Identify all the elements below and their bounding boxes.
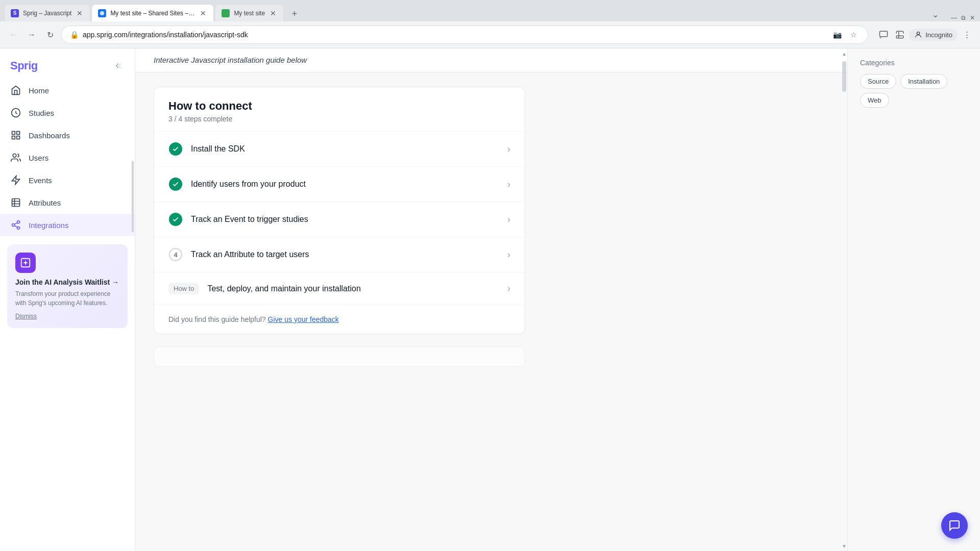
bottom-partial-card [154, 346, 525, 367]
svg-rect-5 [17, 132, 20, 135]
address-bar-row: ← → ↻ 🔒 app.sprig.com/integrations/insta… [0, 21, 980, 48]
sidebar-item-home[interactable]: Home [0, 79, 135, 102]
incognito-label: Incognito [925, 31, 952, 39]
sidebar-item-attributes[interactable]: Attributes [0, 191, 135, 214]
sidebar-item-users-label: Users [29, 154, 48, 162]
extensions-icon[interactable] [893, 28, 907, 42]
sidebar-item-integrations[interactable]: Integrations [0, 214, 135, 236]
svg-rect-7 [12, 136, 15, 139]
content-section: How to connect 3 / 4 steps complete Inst… [135, 72, 544, 381]
step-identify-users[interactable]: Identify users from your product › [154, 166, 525, 202]
browser-chrome: S Sprig – Javascript ✕ My test site – Sh… [0, 0, 980, 48]
step-track-attribute[interactable]: 4 Track an Attribute to target users › [154, 237, 525, 272]
tab-title-shared: My test site – Shared Sites – Dash [110, 10, 195, 17]
main-scrollbar[interactable]: ▲ ▼ [841, 48, 847, 551]
studies-icon [10, 107, 21, 118]
tab-title-test: My test site [234, 10, 265, 17]
howto-test-deploy[interactable]: How to Test, deploy, and maintain your i… [154, 272, 525, 305]
step-4-chevron-icon: › [507, 249, 510, 260]
star-icon[interactable]: ☆ [847, 29, 860, 41]
chat-button[interactable] [941, 512, 968, 539]
sidebar-scrollbar[interactable] [131, 151, 135, 551]
category-tag-source[interactable]: Source [860, 74, 896, 89]
tab-close-sprig[interactable]: ✕ [76, 9, 84, 17]
sidebar-item-studies[interactable]: Studies [0, 102, 135, 124]
sidebar-item-events[interactable]: Events [0, 169, 135, 191]
menu-icon[interactable]: ⋮ [960, 28, 974, 42]
feedback-section: Did you find this guide helpful? Give us… [154, 305, 525, 334]
integrations-icon [10, 219, 21, 231]
home-icon [10, 85, 21, 96]
forward-button[interactable]: → [24, 28, 39, 42]
scroll-down-button[interactable]: ▼ [841, 541, 847, 551]
step-1-check-icon [169, 142, 182, 156]
category-tags: Source Installation Web [860, 74, 968, 108]
sidebar-promo: Join the AI Analysis Waitlist → Transfor… [7, 244, 128, 328]
svg-rect-10 [12, 199, 20, 207]
step-install-sdk[interactable]: Install the SDK › [154, 131, 525, 166]
attributes-icon [10, 197, 21, 208]
main-scroll[interactable]: ▲ ▼ Interactive Javascript installation … [135, 48, 847, 551]
sidebar-item-studies-label: Studies [29, 109, 54, 117]
incognito-badge: Incognito [909, 29, 958, 41]
tab-title-sprig: Sprig – Javascript [23, 10, 71, 17]
svg-point-8 [13, 154, 16, 158]
howto-badge: How to [168, 283, 199, 294]
section-title: How to connect [168, 99, 510, 113]
close-window-button[interactable]: ✕ [969, 14, 976, 21]
svg-rect-4 [12, 132, 15, 135]
scroll-up-button[interactable]: ▲ [841, 48, 847, 59]
camera-icon[interactable]: 📷 [831, 29, 843, 41]
svg-line-14 [14, 226, 17, 227]
tab-sprig-javascript[interactable]: S Sprig – Javascript ✕ [4, 4, 90, 21]
step-4-number: 4 [169, 248, 182, 261]
sidebar-item-events-label: Events [29, 176, 52, 185]
svg-point-12 [12, 224, 15, 227]
how-to-connect-card: How to connect 3 / 4 steps complete Inst… [154, 87, 525, 334]
address-bar[interactable]: 🔒 app.sprig.com/integrations/installatio… [61, 26, 868, 44]
dashboards-icon [10, 130, 21, 141]
scrollbar-thumb[interactable] [842, 61, 846, 92]
section-header: How to connect 3 / 4 steps complete [154, 87, 525, 131]
right-panel: Categories Source Installation Web [847, 48, 980, 551]
step-1-label: Install the SDK [191, 144, 507, 154]
category-tag-web[interactable]: Web [860, 93, 889, 108]
sidebar-collapse-button[interactable] [110, 59, 125, 73]
feedback-link[interactable]: Give us your feedback [268, 315, 339, 323]
new-tab-button[interactable]: + [287, 6, 302, 21]
browser-actions: Incognito ⋮ [876, 28, 974, 42]
tab-my-test-site[interactable]: My test site ✕ [215, 4, 284, 21]
tab-shared-sites[interactable]: My test site – Shared Sites – Dash ✕ [91, 4, 214, 21]
sidebar-item-dashboards[interactable]: Dashboards [0, 124, 135, 146]
tab-close-shared[interactable]: ✕ [199, 9, 207, 17]
reload-button[interactable]: ↻ [43, 28, 57, 42]
maximize-button[interactable]: ⧉ [960, 14, 967, 21]
app-layout: Sprig Home Studies [0, 48, 980, 551]
address-text: app.sprig.com/integrations/installation/… [83, 31, 823, 39]
lock-icon: 🔒 [70, 31, 79, 39]
tab-bar: S Sprig – Javascript ✕ My test site – Sh… [0, 0, 980, 21]
sidebar-item-users[interactable]: Users [0, 146, 135, 169]
step-2-indicator [168, 177, 183, 191]
cast-icon[interactable] [876, 28, 891, 42]
tab-overflow-button[interactable]: ⌄ [928, 7, 942, 21]
step-3-check-icon [169, 213, 182, 226]
svg-line-15 [14, 222, 17, 224]
step-track-event[interactable]: Track an Event to trigger studies › [154, 202, 525, 237]
sidebar-item-home-label: Home [29, 86, 49, 95]
svg-rect-6 [17, 136, 20, 139]
promo-dismiss-button[interactable]: Dismiss [15, 313, 119, 320]
promo-text: Transform your product experience with S… [15, 289, 119, 308]
address-actions: 📷 ☆ [831, 29, 860, 41]
svg-point-0 [100, 11, 104, 15]
svg-point-2 [917, 32, 920, 35]
step-4-indicator: 4 [168, 247, 183, 262]
howto-chevron-icon: › [507, 283, 510, 294]
category-tag-installation[interactable]: Installation [900, 74, 947, 89]
back-button[interactable]: ← [6, 28, 20, 42]
tab-close-test[interactable]: ✕ [269, 9, 277, 17]
users-icon [10, 152, 21, 163]
svg-rect-1 [880, 31, 888, 37]
minimize-button[interactable]: — [950, 14, 958, 21]
promo-title[interactable]: Join the AI Analysis Waitlist → [15, 278, 119, 286]
